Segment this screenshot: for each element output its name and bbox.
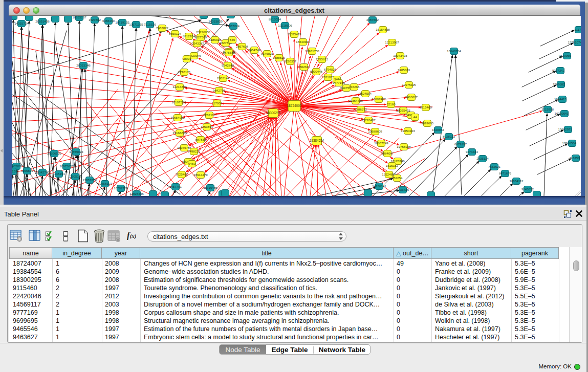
svg-text:10046786: 10046786 bbox=[177, 146, 191, 149]
svg-text:7435001: 7435001 bbox=[12, 164, 23, 168]
svg-text:17016504: 17016504 bbox=[562, 141, 576, 145]
svg-text:1527602: 1527602 bbox=[89, 18, 101, 21]
svg-text:8813054: 8813054 bbox=[269, 17, 281, 21]
svg-text:17957273: 17957273 bbox=[82, 178, 97, 182]
svg-text:10671355: 10671355 bbox=[129, 23, 143, 26]
svg-text:7515526: 7515526 bbox=[144, 23, 157, 26]
svg-text:7485063: 7485063 bbox=[398, 68, 410, 72]
svg-text:16648784: 16648784 bbox=[447, 49, 461, 53]
svg-text:1244415: 1244415 bbox=[554, 97, 567, 101]
svg-text:1615152: 1615152 bbox=[386, 164, 399, 167]
svg-text:9329965: 9329965 bbox=[559, 54, 572, 57]
svg-text:5875685: 5875685 bbox=[223, 51, 235, 54]
svg-text:19218506: 19218506 bbox=[278, 24, 292, 27]
svg-text:10654112: 10654112 bbox=[509, 179, 524, 183]
svg-text:19384554: 19384554 bbox=[310, 139, 324, 142]
svg-text:546: 546 bbox=[230, 38, 235, 41]
svg-text:1156829: 1156829 bbox=[21, 169, 33, 172]
svg-text:2935114: 2935114 bbox=[476, 157, 489, 160]
svg-text:1588520: 1588520 bbox=[273, 56, 286, 59]
svg-text:15716485: 15716485 bbox=[203, 186, 217, 189]
svg-text:8990448: 8990448 bbox=[310, 70, 323, 73]
svg-text:16914479: 16914479 bbox=[193, 173, 208, 177]
svg-text:20206526: 20206526 bbox=[47, 151, 61, 155]
svg-text:7463822: 7463822 bbox=[156, 26, 169, 30]
svg-text:887833: 887833 bbox=[195, 138, 206, 141]
svg-text:8220357: 8220357 bbox=[284, 59, 297, 63]
svg-text:10973493: 10973493 bbox=[393, 54, 407, 57]
svg-text:9457791: 9457791 bbox=[169, 185, 182, 188]
svg-text:2718170: 2718170 bbox=[178, 70, 191, 74]
svg-text:1640954: 1640954 bbox=[432, 128, 445, 132]
svg-text:9146821: 9146821 bbox=[261, 52, 274, 55]
svg-text:19654983: 19654983 bbox=[170, 116, 185, 119]
svg-text:2087682: 2087682 bbox=[366, 18, 379, 21]
svg-text:8938923: 8938923 bbox=[443, 135, 455, 138]
svg-text:18807249: 18807249 bbox=[374, 141, 388, 145]
svg-text:5498222: 5498222 bbox=[188, 149, 201, 153]
svg-text:19166825: 19166825 bbox=[172, 131, 187, 135]
svg-text:1209382: 1209382 bbox=[553, 82, 565, 86]
svg-text:10807487: 10807487 bbox=[372, 97, 386, 101]
svg-text:10655267: 10655267 bbox=[72, 16, 86, 19]
svg-text:8912954: 8912954 bbox=[183, 34, 195, 38]
svg-text:16107554: 16107554 bbox=[171, 100, 186, 104]
svg-text:2803144: 2803144 bbox=[217, 76, 230, 80]
svg-text:6879197: 6879197 bbox=[454, 142, 467, 146]
svg-text:8471676: 8471676 bbox=[499, 171, 512, 175]
svg-text:20691406: 20691406 bbox=[35, 19, 50, 23]
svg-text:19654923: 19654923 bbox=[401, 129, 415, 133]
svg-text:14136141: 14136141 bbox=[372, 184, 386, 188]
svg-text:16154838: 16154838 bbox=[376, 28, 390, 31]
svg-text:8454749: 8454749 bbox=[248, 48, 261, 52]
svg-text:7886372: 7886372 bbox=[355, 107, 367, 111]
svg-text:9699695: 9699695 bbox=[421, 121, 434, 125]
svg-text:9242848: 9242848 bbox=[222, 63, 234, 67]
svg-text:10543342: 10543342 bbox=[190, 41, 204, 45]
svg-text:20364436: 20364436 bbox=[349, 99, 363, 102]
svg-text:17359924: 17359924 bbox=[69, 150, 83, 154]
svg-text:10961758: 10961758 bbox=[305, 49, 319, 53]
svg-text:3624554: 3624554 bbox=[359, 92, 372, 95]
svg-text:8267110: 8267110 bbox=[203, 113, 215, 117]
svg-text:9327509: 9327509 bbox=[194, 35, 207, 39]
svg-text:7625402: 7625402 bbox=[176, 172, 188, 176]
svg-text:3215958: 3215958 bbox=[541, 107, 554, 111]
svg-text:16782759: 16782759 bbox=[114, 186, 128, 190]
svg-text:9842755: 9842755 bbox=[213, 89, 226, 92]
svg-text:9459: 9459 bbox=[188, 162, 195, 165]
svg-text:116753: 116753 bbox=[570, 156, 580, 160]
svg-text:11175: 11175 bbox=[575, 28, 581, 31]
svg-text:16033809: 16033809 bbox=[208, 19, 223, 23]
svg-text:39159: 39159 bbox=[12, 169, 17, 173]
svg-text:10025433: 10025433 bbox=[396, 108, 410, 112]
svg-text:23226058: 23226058 bbox=[196, 30, 210, 34]
svg-text:10688609: 10688609 bbox=[368, 129, 382, 133]
svg-text:9115460: 9115460 bbox=[420, 105, 432, 109]
svg-text:16640910: 16640910 bbox=[296, 40, 310, 43]
svg-text:9084067: 9084067 bbox=[381, 151, 394, 155]
svg-text:9245652: 9245652 bbox=[521, 187, 534, 191]
svg-text:1621072: 1621072 bbox=[322, 75, 335, 79]
svg-text:7857224: 7857224 bbox=[227, 24, 240, 28]
svg-text:10975857: 10975857 bbox=[59, 164, 74, 168]
svg-text:12505135: 12505135 bbox=[68, 174, 82, 178]
svg-text:12975115: 12975115 bbox=[402, 83, 416, 86]
svg-text:12213967: 12213967 bbox=[385, 40, 399, 44]
svg-text:746266: 746266 bbox=[349, 85, 360, 89]
svg-text:12342737: 12342737 bbox=[35, 170, 50, 174]
svg-text:18724007: 18724007 bbox=[287, 104, 302, 107]
svg-text:9463627: 9463627 bbox=[405, 95, 418, 99]
svg-text:14055724: 14055724 bbox=[14, 21, 29, 25]
svg-text:18300295: 18300295 bbox=[266, 111, 281, 115]
svg-text:15692971: 15692971 bbox=[558, 127, 572, 131]
svg-text:20053346: 20053346 bbox=[76, 63, 91, 67]
svg-text:1733426: 1733426 bbox=[397, 188, 409, 191]
svg-text:12213369: 12213369 bbox=[172, 85, 187, 89]
svg-text:1362615: 1362615 bbox=[298, 65, 311, 69]
svg-text:7632621: 7632621 bbox=[488, 165, 501, 168]
svg-text:8660124: 8660124 bbox=[169, 32, 182, 35]
svg-text:10958107: 10958107 bbox=[98, 182, 112, 185]
svg-text:9777169: 9777169 bbox=[333, 81, 345, 84]
svg-text:15751074: 15751074 bbox=[568, 40, 581, 44]
